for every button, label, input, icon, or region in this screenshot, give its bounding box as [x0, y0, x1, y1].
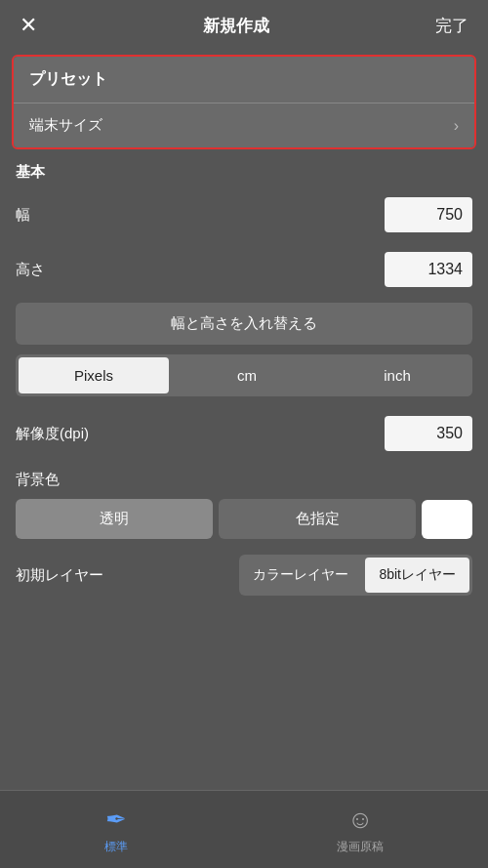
height-label: 高さ — [16, 261, 45, 279]
resolution-row: 解像度(dpi) — [0, 406, 488, 461]
bg-selector: 透明 色指定 — [16, 499, 472, 539]
unit-selector: Pixels cm inch — [16, 354, 472, 396]
layer-selector: カラーレイヤー 8bitレイヤー — [239, 555, 472, 596]
manga-icon: ☺ — [347, 805, 374, 835]
page-title: 新規作成 — [203, 15, 269, 37]
tab-bar: ✒ 標準 ☺ 漫画原稿 — [0, 790, 488, 868]
resolution-label: 解像度(dpi) — [16, 425, 89, 443]
preset-label: プリセット — [14, 57, 474, 103]
color-layer-button[interactable]: カラーレイヤー — [239, 555, 362, 596]
unit-pixels-button[interactable]: Pixels — [19, 357, 169, 393]
bg-color-box-button[interactable] — [422, 500, 472, 539]
standard-icon: ✒ — [105, 805, 127, 835]
unit-cm-button[interactable]: cm — [172, 354, 322, 396]
layer-label: 初期レイヤー — [16, 566, 103, 585]
width-label: 幅 — [16, 206, 30, 225]
chevron-right-icon: › — [454, 117, 459, 135]
close-button[interactable]: ✕ — [20, 13, 37, 38]
height-input[interactable] — [385, 252, 472, 287]
resolution-input[interactable] — [385, 416, 472, 451]
device-size-label: 端末サイズ — [29, 116, 102, 135]
width-input[interactable] — [385, 197, 472, 232]
header: ✕ 新規作成 完了 — [0, 0, 488, 51]
tab-standard[interactable]: ✒ 標準 — [104, 805, 128, 855]
tab-manga-label: 漫画原稿 — [337, 839, 384, 855]
width-row: 幅 — [0, 187, 488, 242]
basic-section-title: 基本 — [0, 149, 488, 187]
bg-color-specify-button[interactable]: 色指定 — [219, 499, 416, 539]
device-size-button[interactable]: 端末サイズ › — [14, 103, 474, 147]
8bit-layer-button[interactable]: 8bitレイヤー — [365, 558, 469, 593]
preset-section: プリセット 端末サイズ › — [12, 55, 476, 149]
layer-row: 初期レイヤー カラーレイヤー 8bitレイヤー — [0, 545, 488, 605]
bg-color-label: 背景色 — [0, 461, 488, 493]
tab-manga[interactable]: ☺ 漫画原稿 — [337, 805, 384, 855]
unit-inch-button[interactable]: inch — [322, 354, 472, 396]
height-row: 高さ — [0, 242, 488, 297]
swap-button[interactable]: 幅と高さを入れ替える — [16, 303, 472, 345]
tab-standard-label: 標準 — [104, 839, 128, 855]
done-button[interactable]: 完了 — [435, 15, 468, 37]
bg-transparent-button[interactable]: 透明 — [16, 499, 213, 539]
